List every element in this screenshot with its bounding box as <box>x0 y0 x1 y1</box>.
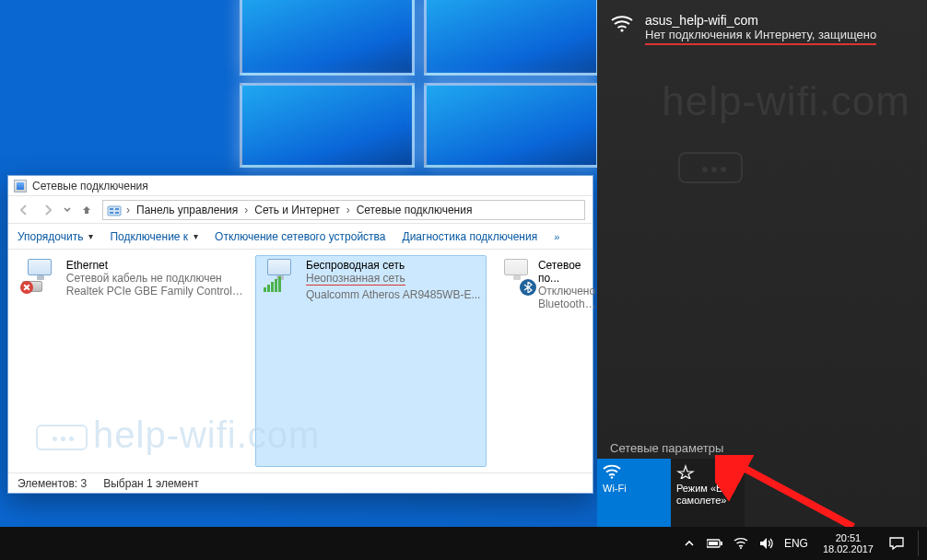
connection-status-label: Нет подключения к Интернету, защищено <box>645 28 876 45</box>
svg-rect-9 <box>709 542 718 545</box>
time-label: 20:51 <box>823 532 874 543</box>
connection-bluetooth[interactable]: Сетевое по... Отключено Bluetooth D... <box>492 255 603 467</box>
svg-point-5 <box>620 29 623 31</box>
svg-point-6 <box>611 476 613 478</box>
breadcrumb-network-connections[interactable]: Сетевые подключения <box>355 202 475 218</box>
address-bar-row: › Панель управления › Сеть и Интернет › … <box>8 196 593 224</box>
date-label: 18.02.2017 <box>823 543 874 554</box>
item-count: 3 <box>81 477 88 490</box>
airplane-mode-tile[interactable]: Режим «Всамолете» <box>671 459 745 527</box>
control-panel-icon <box>107 203 122 217</box>
network-settings-link[interactable]: Сетевые параметры <box>610 441 723 455</box>
chevron-right-icon: › <box>346 204 350 216</box>
wifi-icon <box>610 13 634 45</box>
svg-rect-2 <box>115 208 119 210</box>
address-bar[interactable]: › Панель управления › Сеть и Интернет › … <box>102 200 585 220</box>
titlebar[interactable]: Сетевые подключения <box>8 176 593 196</box>
network-connections-window: Сетевые подключения › Панель управления … <box>7 175 593 494</box>
network-flyout: asus_help-wifi_com Нет подключения к Инт… <box>597 0 927 527</box>
toolbar-overflow-icon[interactable]: » <box>554 231 559 242</box>
show-desktop-button[interactable] <box>918 531 923 556</box>
chevron-right-icon: › <box>244 204 248 216</box>
watermark: help-wifi.com <box>662 78 910 124</box>
ethernet-icon <box>22 259 61 292</box>
diagnose-connection-button[interactable]: Диагностика подключения <box>403 230 538 243</box>
connection-wireless[interactable]: Беспроводная сеть Неопознанная сеть Qual… <box>255 255 487 467</box>
chevron-right-icon: › <box>126 204 130 216</box>
taskbar: ENG 20:51 18.02.2017 <box>0 527 927 560</box>
toolbar: Упорядочить Подключение к Отключение сет… <box>8 224 593 250</box>
connection-status: Отключено <box>538 285 597 298</box>
clock[interactable]: 20:51 18.02.2017 <box>823 532 874 554</box>
connection-device: Bluetooth D... <box>538 298 597 310</box>
wallpaper-windows-logo <box>240 0 608 175</box>
svg-rect-1 <box>110 208 113 210</box>
tray-overflow-icon[interactable] <box>681 535 698 552</box>
svg-rect-4 <box>115 212 119 214</box>
wifi-tray-icon[interactable] <box>733 535 749 552</box>
connection-device: Realtek PCIe GBE Family Controller <box>66 285 243 298</box>
wifi-tile-label: Wi-Fi <box>603 483 665 495</box>
airplane-icon <box>676 464 695 479</box>
selection-label: Выбран 1 элемент <box>103 477 198 490</box>
ssid-label: asus_help-wifi_com <box>645 13 876 28</box>
connect-to-button[interactable]: Подключение к <box>110 230 198 243</box>
organize-button[interactable]: Упорядочить <box>18 230 93 243</box>
connection-name: Сетевое по... <box>538 259 597 285</box>
status-bar: Элементов: 3 Выбран 1 элемент <box>8 472 593 493</box>
svg-rect-0 <box>108 206 121 216</box>
nav-forward-button[interactable] <box>38 200 58 220</box>
breadcrumb-control-panel[interactable]: Панель управления <box>135 202 240 218</box>
svg-rect-8 <box>721 542 722 545</box>
app-icon <box>14 180 27 192</box>
nav-history-button[interactable] <box>62 200 73 220</box>
language-indicator[interactable]: ENG <box>784 537 808 550</box>
connections-list: Ethernet Сетевой кабель не подключен Rea… <box>8 250 593 472</box>
action-center-icon[interactable] <box>888 535 905 552</box>
wifi-icon <box>603 464 621 479</box>
bluetooth-adapter-icon <box>499 259 533 292</box>
connection-name: Ethernet <box>66 259 243 272</box>
watermark-logo <box>678 152 743 183</box>
item-count-label: Элементов: <box>18 477 77 490</box>
wifi-adapter-icon <box>262 259 300 292</box>
breadcrumb-network-internet[interactable]: Сеть и Интернет <box>252 202 341 218</box>
connection-status: Сетевой кабель не подключен <box>66 272 243 285</box>
svg-point-10 <box>740 547 742 549</box>
battery-icon[interactable] <box>707 535 723 552</box>
connection-ethernet[interactable]: Ethernet Сетевой кабель не подключен Rea… <box>16 255 250 467</box>
nav-back-button[interactable] <box>14 200 34 220</box>
connection-name: Беспроводная сеть <box>306 259 480 272</box>
volume-icon[interactable] <box>758 535 775 552</box>
nav-up-button[interactable] <box>76 200 97 220</box>
wifi-tile[interactable]: Wi-Fi <box>597 459 671 527</box>
window-title: Сетевые подключения <box>32 180 148 192</box>
disable-device-button[interactable]: Отключение сетевого устройства <box>215 230 385 243</box>
system-tray: ENG 20:51 18.02.2017 <box>681 531 923 556</box>
quick-tiles: Wi-Fi Режим «Всамолете» <box>597 459 927 527</box>
current-network[interactable]: asus_help-wifi_com Нет подключения к Инт… <box>597 0 927 45</box>
connection-device: Qualcomm Atheros AR9485WB-E... <box>306 288 480 301</box>
connection-status: Неопознанная сеть <box>306 272 405 286</box>
svg-rect-3 <box>110 212 113 214</box>
